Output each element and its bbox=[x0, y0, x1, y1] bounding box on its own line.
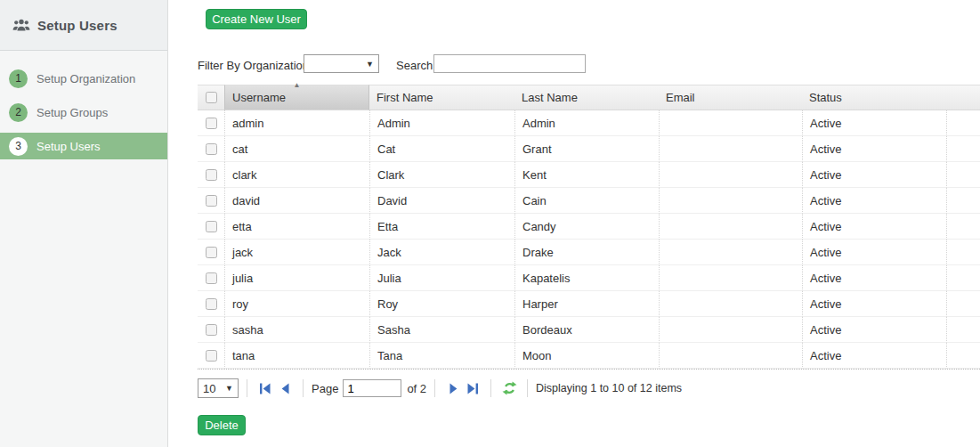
cell-status: Active bbox=[802, 214, 946, 240]
table-row[interactable]: clark Clark Kent Active bbox=[198, 162, 980, 188]
previous-page-icon[interactable] bbox=[275, 380, 295, 396]
sort-asc-icon: ▲ bbox=[294, 82, 301, 89]
delete-button[interactable]: Delete bbox=[198, 415, 246, 435]
column-header-label: Email bbox=[666, 91, 695, 104]
page-number-input[interactable] bbox=[343, 379, 401, 397]
cell-spacer bbox=[946, 110, 980, 136]
row-checkbox[interactable] bbox=[206, 350, 217, 362]
first-page-icon[interactable] bbox=[255, 380, 275, 396]
pager-separator bbox=[434, 379, 435, 397]
cell-email bbox=[659, 317, 802, 343]
cell-username: sasha bbox=[224, 317, 369, 343]
cell-status: Active bbox=[802, 136, 946, 162]
cell-first-name: Admin bbox=[369, 110, 514, 136]
cell-username: tana bbox=[224, 343, 369, 369]
cell-last-name: Drake bbox=[514, 240, 659, 265]
cell-username: clark bbox=[224, 162, 369, 188]
column-header-last-name[interactable]: Last Name bbox=[514, 85, 659, 110]
row-checkbox-cell bbox=[198, 214, 224, 240]
cell-status: Active bbox=[802, 110, 946, 136]
row-checkbox[interactable] bbox=[206, 118, 217, 129]
table-row[interactable]: david David Cain Active bbox=[198, 188, 980, 214]
cell-last-name: Candy bbox=[514, 214, 659, 240]
pager-separator bbox=[527, 379, 528, 397]
row-checkbox-cell bbox=[198, 343, 224, 369]
row-checkbox[interactable] bbox=[206, 221, 217, 232]
filter-by-organization-label: Filter By Organization bbox=[198, 59, 309, 72]
cell-first-name: David bbox=[369, 188, 514, 214]
row-checkbox[interactable] bbox=[206, 298, 217, 310]
step-setup-users[interactable]: 3 Setup Users bbox=[0, 133, 167, 159]
row-checkbox[interactable] bbox=[206, 195, 217, 207]
table-row[interactable]: cat Cat Grant Active bbox=[198, 136, 980, 162]
column-header-email[interactable]: Email bbox=[659, 85, 802, 110]
cell-spacer bbox=[946, 188, 980, 214]
cell-status: Active bbox=[802, 240, 946, 265]
step-number-badge: 1 bbox=[9, 69, 28, 88]
row-checkbox-cell bbox=[198, 240, 224, 265]
cell-status: Active bbox=[802, 317, 946, 343]
table-row[interactable]: roy Roy Harper Active bbox=[198, 291, 980, 317]
cell-username: etta bbox=[224, 214, 369, 240]
table-header-row: ▲ Username First Name Last Name Email St… bbox=[198, 85, 980, 110]
chevron-down-icon: ▼ bbox=[225, 384, 233, 393]
table-row[interactable]: etta Etta Candy Active bbox=[198, 214, 980, 240]
row-checkbox[interactable] bbox=[206, 272, 217, 284]
create-new-user-button[interactable]: Create New User bbox=[206, 9, 307, 29]
cell-email bbox=[659, 343, 802, 369]
cell-status: Active bbox=[802, 188, 946, 214]
table-row[interactable]: sasha Sasha Bordeaux Active bbox=[198, 317, 980, 343]
cell-first-name: Roy bbox=[369, 291, 514, 317]
cell-first-name: Jack bbox=[369, 240, 514, 265]
last-page-icon[interactable] bbox=[463, 380, 482, 396]
cell-last-name: Admin bbox=[514, 110, 659, 136]
select-all-header-cell bbox=[198, 85, 224, 110]
step-label: Setup Organization bbox=[36, 72, 135, 85]
row-checkbox-cell bbox=[198, 317, 224, 343]
row-checkbox-cell bbox=[198, 136, 224, 162]
table-row[interactable]: jack Jack Drake Active bbox=[198, 240, 980, 265]
column-header-status[interactable]: Status bbox=[802, 85, 946, 110]
select-all-checkbox[interactable] bbox=[206, 92, 217, 103]
row-checkbox[interactable] bbox=[206, 143, 217, 155]
organization-select[interactable]: ▼ bbox=[304, 54, 379, 73]
cell-last-name: Kent bbox=[514, 162, 659, 188]
pager-separator bbox=[490, 379, 491, 397]
cell-spacer bbox=[946, 265, 980, 291]
cell-email bbox=[659, 136, 802, 162]
cell-username: roy bbox=[224, 291, 369, 317]
cell-first-name: Etta bbox=[369, 214, 514, 240]
cell-email bbox=[659, 162, 802, 188]
refresh-icon[interactable] bbox=[499, 379, 519, 397]
cell-last-name: Moon bbox=[514, 343, 659, 369]
search-label: Search bbox=[396, 59, 433, 72]
cell-username: jack bbox=[224, 240, 369, 265]
page-size-select[interactable]: 10 ▼ bbox=[198, 378, 239, 398]
cell-first-name: Sasha bbox=[369, 317, 514, 343]
pager-separator bbox=[303, 379, 304, 397]
next-page-icon[interactable] bbox=[443, 380, 463, 396]
pagination-bar: 10 ▼ Page of 2 Disp bbox=[198, 377, 980, 400]
step-setup-groups[interactable]: 2 Setup Groups bbox=[0, 99, 167, 126]
cell-email bbox=[659, 240, 802, 265]
cell-email bbox=[659, 188, 802, 214]
column-header-username[interactable]: ▲ Username bbox=[224, 85, 369, 110]
cell-last-name: Bordeaux bbox=[514, 317, 659, 343]
table-row[interactable]: admin Admin Admin Active bbox=[198, 110, 980, 136]
step-number-badge: 3 bbox=[9, 137, 28, 156]
row-checkbox[interactable] bbox=[206, 247, 217, 258]
sidebar-header: Setup Users bbox=[0, 0, 167, 51]
search-input[interactable] bbox=[433, 54, 586, 73]
table-row[interactable]: tana Tana Moon Active bbox=[198, 343, 980, 369]
table-row[interactable]: julia Julia Kapatelis Active bbox=[198, 265, 980, 291]
row-checkbox[interactable] bbox=[206, 324, 217, 336]
cell-last-name: Grant bbox=[514, 136, 659, 162]
cell-last-name: Harper bbox=[514, 291, 659, 317]
column-header-first-name[interactable]: First Name bbox=[369, 85, 514, 110]
cell-spacer bbox=[946, 317, 980, 343]
row-checkbox-cell bbox=[198, 162, 224, 188]
cell-email bbox=[659, 110, 802, 136]
row-checkbox[interactable] bbox=[206, 169, 217, 181]
pager-summary: Displaying 1 to 10 of 12 items bbox=[536, 382, 682, 394]
step-setup-organization[interactable]: 1 Setup Organization bbox=[0, 65, 167, 92]
